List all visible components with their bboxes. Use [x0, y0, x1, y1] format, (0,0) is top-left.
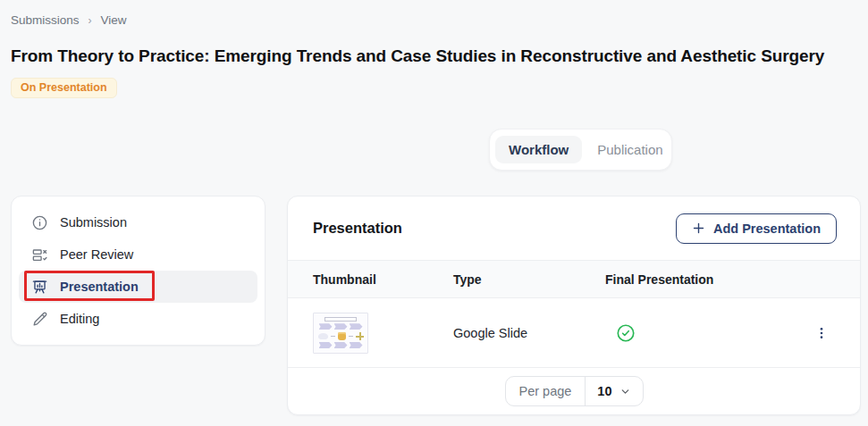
tab-workflow[interactable]: Workflow — [495, 136, 582, 163]
add-presentation-label: Add Presentation — [713, 221, 821, 236]
sidebar-item-presentation[interactable]: Presentation — [19, 271, 257, 303]
add-presentation-button[interactable]: Add Presentation — [676, 213, 837, 244]
per-page-control: Per page 10 — [505, 376, 644, 406]
presentation-icon — [31, 279, 48, 296]
panel-title: Presentation — [313, 220, 402, 237]
presentation-panel: Presentation Add Presentation Thumbnail … — [287, 196, 861, 415]
table-header-row: Thumbnail Type Final Presentation — [288, 260, 860, 298]
sidebar-item-peer-review[interactable]: Peer Review — [19, 238, 257, 271]
checklist-icon — [31, 246, 48, 263]
presentation-type: Google Slide — [453, 326, 605, 340]
column-header-type: Type — [453, 272, 605, 287]
check-circle-icon — [616, 323, 636, 343]
row-actions-kebab-icon[interactable] — [808, 318, 835, 348]
column-header-final-presentation: Final Presentation — [605, 272, 808, 287]
workflow-publication-tabs: Workflow Publication — [489, 129, 672, 171]
sidebar-item-label: Editing — [60, 312, 99, 326]
sidebar-item-label: Peer Review — [60, 247, 133, 262]
table-row: Google Slide — [288, 298, 860, 367]
column-header-thumbnail: Thumbnail — [313, 272, 453, 287]
chevron-right-icon: › — [88, 14, 92, 27]
info-icon — [31, 214, 48, 231]
slide-flowchart-thumbnail[interactable] — [313, 313, 368, 354]
per-page-value: 10 — [597, 384, 611, 398]
page-title: From Theory to Practice: Emerging Trends… — [11, 46, 855, 66]
tab-publication[interactable]: Publication — [584, 136, 676, 163]
pencil-icon — [31, 311, 48, 328]
status-badge: On Presentation — [11, 78, 117, 98]
sidebar-item-editing[interactable]: Editing — [19, 303, 257, 335]
plus-icon — [692, 221, 705, 235]
panel-footer: Per page 10 — [288, 367, 860, 414]
panel-header: Presentation Add Presentation — [288, 196, 860, 260]
per-page-select[interactable]: 10 — [586, 377, 642, 405]
breadcrumb-view: View — [101, 13, 127, 27]
sidebar-item-label: Presentation — [60, 280, 139, 294]
final-presentation-cell — [605, 323, 808, 343]
chevron-down-icon — [619, 386, 631, 397]
stage-sidebar: Submission Peer Review Presentation — [11, 196, 265, 346]
per-page-label: Per page — [506, 377, 586, 405]
sidebar-item-label: Submission — [60, 215, 127, 230]
sidebar-item-submission[interactable]: Submission — [19, 206, 257, 238]
breadcrumb-submissions[interactable]: Submissions — [11, 13, 80, 27]
breadcrumb: Submissions › View — [11, 13, 127, 27]
